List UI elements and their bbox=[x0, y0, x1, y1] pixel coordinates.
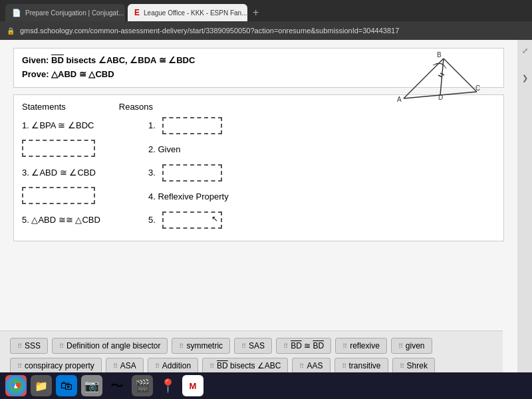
reasons-header: Reasons bbox=[119, 102, 153, 112]
proof-row-4: 4. Reflexive Property bbox=[22, 187, 495, 206]
statement-box-2[interactable] bbox=[22, 140, 95, 157]
statement-4 bbox=[22, 187, 142, 206]
expand-icon[interactable]: ⤢ bbox=[522, 47, 528, 55]
taskbar-photos[interactable]: 📷 bbox=[81, 375, 102, 396]
new-tab-button[interactable]: + bbox=[250, 7, 261, 19]
reason-number-3: 3. bbox=[148, 168, 156, 178]
given-section: Given: BD bisects ∠ABC, ∠BDA ≅ ∠BDC Prov… bbox=[13, 48, 504, 88]
right-sidebar: ⤢ ❯ bbox=[517, 40, 532, 399]
taskbar-video[interactable]: 🎬 bbox=[132, 375, 153, 396]
statement-3: 3. ∠ABD ≅ ∠CBD bbox=[22, 168, 142, 178]
token-bd-bisects[interactable]: BD bisects ∠ABC bbox=[202, 358, 288, 374]
espn-icon: E bbox=[134, 8, 140, 17]
triangle-diagram: B D A C bbox=[397, 52, 483, 110]
taskbar-store[interactable]: 🛍 bbox=[56, 375, 77, 396]
reason-number-1: 1. bbox=[148, 120, 156, 130]
proof-row-5: 5. △ABD ≅≅ △CBD 5. ↖ bbox=[22, 211, 495, 229]
proof-row-2: 2. Given bbox=[22, 140, 495, 159]
reason-box-1[interactable] bbox=[162, 117, 222, 134]
token-aas[interactable]: AAS bbox=[292, 358, 330, 374]
token-symmetric[interactable]: symmetric bbox=[172, 338, 230, 354]
token-shrek[interactable]: Shrek bbox=[392, 358, 435, 374]
taskbar-music[interactable]: 〜 bbox=[106, 375, 128, 396]
token-asa[interactable]: ASA bbox=[106, 358, 144, 374]
taskbar-maps[interactable]: 📍 bbox=[157, 375, 178, 396]
tab2-label: League Office - KKK - ESPN Fan... bbox=[144, 9, 247, 17]
token-addition[interactable]: Addition bbox=[148, 358, 198, 374]
tab1-label: Prepare Conjugation | Conjugat... bbox=[25, 9, 124, 17]
token-bd-congruent[interactable]: BD ≅ BD bbox=[276, 338, 331, 354]
svg-text:B: B bbox=[437, 52, 442, 59]
statement-2 bbox=[22, 140, 142, 159]
address-bar[interactable]: 🔒 gmsd.schoology.com/common-assessment-d… bbox=[0, 21, 532, 40]
statements-header: Statements bbox=[22, 102, 66, 112]
token-conspiracy-property[interactable]: conspiracy property bbox=[10, 358, 102, 374]
token-reflexive[interactable]: reflexive bbox=[335, 338, 387, 354]
svg-text:A: A bbox=[397, 96, 402, 103]
main-content: Given: BD bisects ∠ABC, ∠BDA ≅ ∠BDC Prov… bbox=[0, 40, 532, 399]
reason-number-5: 5. bbox=[148, 215, 156, 225]
proof-row-3: 3. ∠ABD ≅ ∠CBD 3. bbox=[22, 164, 495, 182]
taskbar-files[interactable]: 📁 bbox=[31, 375, 52, 396]
reason-text-2: 2. Given bbox=[148, 144, 180, 154]
page-area: Given: BD bisects ∠ABC, ∠BDA ≅ ∠BDC Prov… bbox=[0, 40, 517, 399]
token-sas[interactable]: SAS bbox=[234, 338, 272, 354]
proof-row-1: 1. ∠BPA ≅ ∠BDC 1. bbox=[22, 117, 495, 134]
tab-league-office[interactable]: E League Office - KKK - ESPN Fan... ✕ bbox=[128, 4, 247, 21]
token-given[interactable]: given bbox=[391, 338, 432, 354]
token-transitive[interactable]: transitive bbox=[334, 358, 388, 374]
taskbar-gmail[interactable]: M bbox=[182, 375, 203, 396]
svg-text:C: C bbox=[475, 84, 480, 92]
token-sss[interactable]: SSS bbox=[10, 338, 48, 354]
statement-5: 5. △ABD ≅≅ △CBD bbox=[22, 215, 142, 225]
tokens-row-1: SSS Definition of angle bisector symmetr… bbox=[10, 338, 493, 354]
lock-icon: 🔒 bbox=[7, 27, 15, 35]
svg-line-0 bbox=[404, 59, 444, 98]
statement-box-4[interactable] bbox=[22, 187, 95, 204]
tab-prepare-conjugation[interactable]: 📄 Prepare Conjugation | Conjugat... ✕ bbox=[5, 4, 125, 21]
statement-1: 1. ∠BPA ≅ ∠BDC bbox=[22, 120, 142, 130]
cursor-indicator: ↖ bbox=[211, 214, 218, 223]
arrow-right-icon[interactable]: ❯ bbox=[522, 74, 528, 82]
reason-box-3[interactable] bbox=[162, 164, 222, 182]
browser-top: 📄 Prepare Conjugation | Conjugat... ✕ E … bbox=[0, 0, 532, 40]
token-def-angle-bisector[interactable]: Definition of angle bisector bbox=[52, 338, 168, 354]
taskbar: 📁 🛍 📷 〜 🎬 📍 M bbox=[0, 372, 532, 399]
proof-table: Statements Reasons 1. ∠BPA ≅ ∠BDC 1. 2. … bbox=[13, 94, 504, 241]
address-text: gmsd.schoology.com/common-assessment-del… bbox=[20, 27, 525, 35]
svg-text:D: D bbox=[438, 94, 443, 101]
tokens-row-2: conspiracy property ASA Addition BD bise… bbox=[10, 358, 493, 374]
reason-box-5[interactable]: ↖ bbox=[162, 211, 222, 229]
browser-chrome: 📄 Prepare Conjugation | Conjugat... ✕ E … bbox=[0, 0, 532, 40]
reason-text-4: 4. Reflexive Property bbox=[148, 192, 229, 201]
taskbar-chrome[interactable] bbox=[5, 375, 27, 396]
svg-line-1 bbox=[444, 59, 477, 92]
tab-bar: 📄 Prepare Conjugation | Conjugat... ✕ E … bbox=[0, 0, 532, 21]
